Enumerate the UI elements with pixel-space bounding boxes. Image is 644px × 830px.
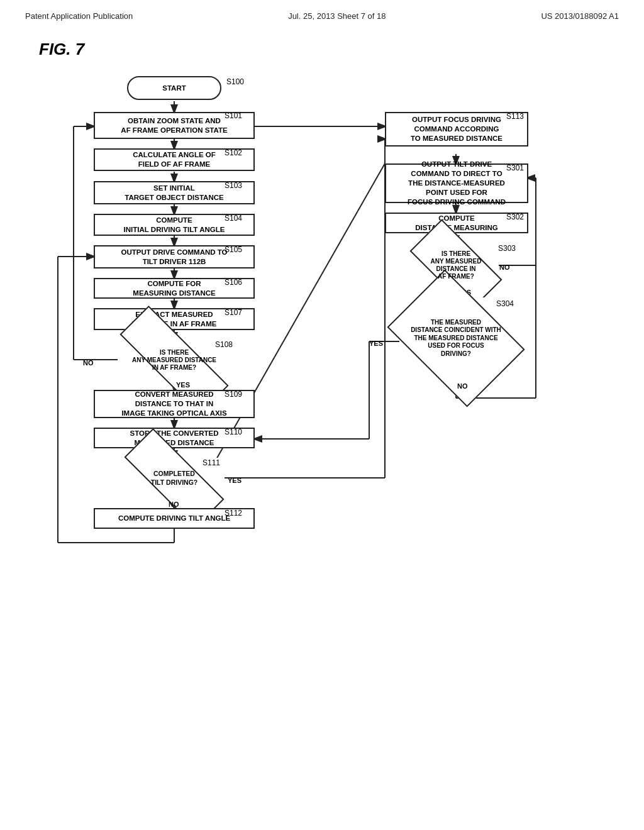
start-label: START [162,84,186,93]
s105-text: OUTPUT DRIVE COMMAND TOTILT DRIVER 112B [121,248,227,267]
s110-id: S110 [225,428,242,436]
diagram-area: FIG. 7 [20,33,624,813]
s104-text: COMPUTEINITIAL DRIVING TILT ANGLE [124,216,225,235]
s108-diamond: IS THEREANY MEASURED DISTANCEIN AF FRAME… [118,340,231,380]
s302-id: S302 [506,213,524,221]
s108-text: IS THEREANY MEASURED DISTANCEIN AF FRAME… [130,346,219,374]
s111-text: COMPLETEDTILT DRIVING? [148,467,200,489]
s303-text: IS THEREANY MEASUREDDISTANCE INAF FRAME? [428,248,484,283]
header-center: Jul. 25, 2013 Sheet 7 of 18 [288,11,386,21]
s106-id: S106 [225,278,242,287]
header-left: Patent Application Publication [25,11,133,21]
fig-label: FIG. 7 [39,40,84,59]
s112-text: COMPUTE DRIVING TILT ANGLE [118,514,230,523]
s301-text: OUTPUT TILT DRIVECOMMAND TO DIRECT TOTHE… [408,160,506,207]
s101-id: S101 [225,111,242,120]
s107-id: S107 [225,308,242,317]
s108-yes: YES [176,381,190,389]
s111-id: S111 [203,458,220,467]
s102-id: S102 [225,148,242,157]
s102-text: CALCULATE ANGLE OFFIELD OF AF FRAME [133,150,216,169]
s101-text: OBTAIN ZOOM STATE ANDAF FRAME OPERATION … [121,116,227,135]
start-box: START [127,76,221,100]
s301-id: S301 [506,163,524,172]
s304-diamond: THE MEASUREDDISTANCE COINCIDENT WITHTHE … [399,297,513,379]
s302-text: COMPUTEDISTANCE MEASURING [415,214,497,233]
s304-yes: YES [369,340,383,347]
s304-id: S304 [496,299,514,308]
s303-diamond: IS THEREANY MEASUREDDISTANCE INAF FRAME? [413,243,499,288]
s100-label: S100 [226,77,244,86]
s112-id: S112 [225,509,242,517]
s304-text: THE MEASUREDDISTANCE COINCIDENT WITHTHE … [408,316,504,361]
s111-yes: YES [228,477,242,484]
s303-id: S303 [498,244,516,253]
header-right: US 2013/0188092 A1 [541,11,619,21]
s113-text: OUTPUT FOCUS DRIVINGCOMMAND ACCORDINGTO … [411,115,502,143]
page-header: Patent Application Publication Jul. 25, … [0,0,644,21]
s304-no: NO [457,382,468,390]
s106-text: COMPUTE FORMEASURING DISTANCE [133,279,215,298]
s104-id: S104 [225,214,242,223]
s109-text: CONVERT MEASUREDDISTANCE TO THAT INIMAGE… [121,390,226,418]
s109-id: S109 [225,390,242,399]
s303-no: NO [499,263,510,271]
s111-no: NO [169,501,179,508]
s105-id: S105 [225,245,242,254]
s103-text: SET INITIALTARGET OBJECT DISTANCE [125,184,223,202]
s108-no: NO [83,359,94,367]
s113-id: S113 [506,112,524,121]
s103-id: S103 [225,181,242,190]
